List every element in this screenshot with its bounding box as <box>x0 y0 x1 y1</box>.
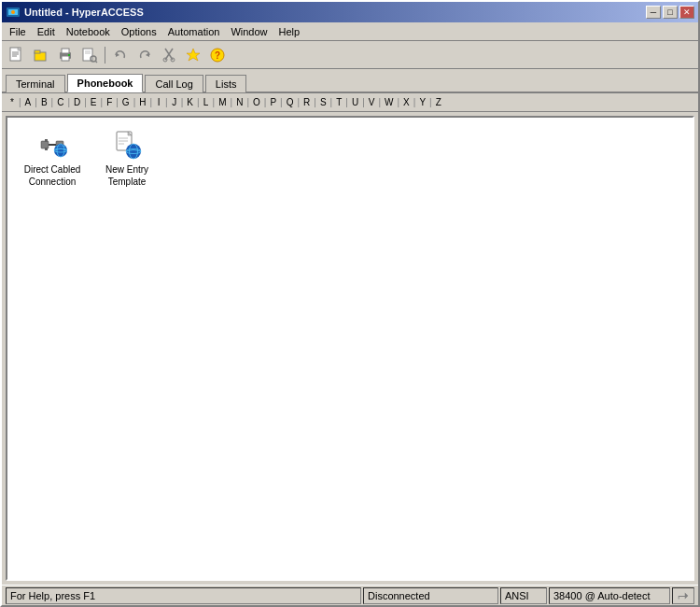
tab-terminal[interactable]: Terminal <box>6 75 65 92</box>
menu-automation[interactable]: Automation <box>162 24 226 39</box>
letter-s[interactable]: S <box>316 95 330 109</box>
svg-rect-29 <box>45 139 48 142</box>
phonebook-content: Direct Cabled Connection <box>7 118 693 200</box>
status-encoding: ANSI <box>500 587 547 604</box>
cut-icon <box>161 47 177 64</box>
letter-t[interactable]: T <box>332 95 345 109</box>
toolbar: ? <box>2 41 698 69</box>
toolbar-undo-button[interactable] <box>109 45 132 65</box>
wizard-icon <box>185 47 202 64</box>
svg-marker-19 <box>116 52 119 57</box>
toolbar-open-button[interactable] <box>30 45 52 65</box>
letter-l[interactable]: L <box>200 95 213 109</box>
new-entry-template-icon <box>112 130 142 160</box>
svg-point-41 <box>126 144 141 159</box>
letter-m[interactable]: M <box>215 95 230 109</box>
letter-x[interactable]: X <box>399 95 413 109</box>
menu-notebook[interactable]: Notebook <box>61 24 116 39</box>
letter-g[interactable]: G <box>119 95 133 109</box>
direct-cabled-icon <box>37 130 67 160</box>
menu-options[interactable]: Options <box>116 24 162 39</box>
toolbar-new-button[interactable] <box>6 45 28 65</box>
letter-j[interactable]: J <box>168 95 181 109</box>
toolbar-print-button[interactable] <box>54 45 77 65</box>
return-icon <box>677 588 690 603</box>
undo-icon <box>112 47 129 64</box>
title-bar-left: Untitled - HyperACCESS <box>6 5 144 20</box>
redo-icon <box>136 47 153 64</box>
letter-u[interactable]: U <box>348 95 362 109</box>
maximize-button[interactable]: □ <box>663 6 678 19</box>
close-button[interactable]: ✕ <box>679 6 694 19</box>
phonebook-entry-new-template[interactable]: New Entry Template <box>90 125 164 192</box>
letter-n[interactable]: N <box>232 95 246 109</box>
title-bar-buttons: ─ □ ✕ <box>646 6 694 19</box>
app-window: Untitled - HyperACCESS ─ □ ✕ File Edit N… <box>0 0 700 607</box>
letter-nav: * | A| B| C| D| E| F| G| H| I| J| K| L| … <box>2 93 698 112</box>
tab-phonebook[interactable]: Phonebook <box>67 74 144 92</box>
svg-rect-12 <box>62 56 69 61</box>
svg-rect-9 <box>35 50 40 53</box>
app-icon <box>6 5 21 20</box>
svg-point-2 <box>11 10 15 14</box>
phonebook-entry-direct-cabled[interactable]: Direct Cabled Connection <box>15 125 90 192</box>
letter-v[interactable]: V <box>365 95 379 109</box>
toolbar-redo-button[interactable] <box>133 45 156 65</box>
svg-marker-25 <box>187 49 200 61</box>
status-baud: 38400 @ Auto-detect <box>549 587 670 604</box>
letter-f[interactable]: F <box>103 95 116 109</box>
letter-i[interactable]: I <box>152 95 165 109</box>
menu-edit[interactable]: Edit <box>32 24 61 39</box>
title-text: Untitled - HyperACCESS <box>24 7 144 18</box>
letter-k[interactable]: K <box>183 95 197 109</box>
direct-cabled-label: Direct Cabled Connection <box>24 163 81 188</box>
preview-icon <box>81 47 98 64</box>
svg-rect-31 <box>49 144 56 146</box>
letter-d[interactable]: D <box>70 95 84 109</box>
svg-point-13 <box>68 54 70 56</box>
letter-b[interactable]: B <box>37 95 51 109</box>
letter-h[interactable]: H <box>135 95 149 109</box>
toolbar-wizard-button[interactable] <box>182 45 204 65</box>
status-icon-panel <box>672 587 694 604</box>
print-icon <box>57 47 74 64</box>
letter-w[interactable]: W <box>381 95 397 109</box>
letter-e[interactable]: E <box>87 95 101 109</box>
letter-o[interactable]: O <box>249 95 264 109</box>
minimize-button[interactable]: ─ <box>646 6 661 19</box>
menu-file[interactable]: File <box>4 24 32 39</box>
open-icon <box>33 47 49 64</box>
svg-rect-30 <box>45 148 48 150</box>
svg-text:?: ? <box>215 50 220 61</box>
letter-y[interactable]: Y <box>415 95 429 109</box>
help-icon: ? <box>209 47 226 64</box>
new-icon <box>8 47 25 64</box>
menu-help[interactable]: Help <box>273 24 306 39</box>
svg-rect-11 <box>62 49 69 53</box>
title-bar: Untitled - HyperACCESS ─ □ ✕ <box>2 2 698 22</box>
toolbar-help-button[interactable]: ? <box>206 45 229 65</box>
letter-q[interactable]: Q <box>283 95 298 109</box>
toolbar-cut-button[interactable] <box>158 45 180 65</box>
separator-1 <box>105 47 105 64</box>
new-entry-template-label: New Entry Template <box>105 163 148 188</box>
svg-rect-28 <box>41 141 49 148</box>
letter-p[interactable]: P <box>266 95 280 109</box>
letter-c[interactable]: C <box>53 95 67 109</box>
letter-a[interactable]: A <box>21 95 35 109</box>
status-connection: Disconnected <box>363 587 498 604</box>
toolbar-preview-button[interactable] <box>78 45 101 65</box>
tab-lists[interactable]: Lists <box>205 75 247 92</box>
svg-line-16 <box>95 61 97 63</box>
status-bar: For Help, press F1 Disconnected ANSI 384… <box>2 585 698 605</box>
tab-calllog[interactable]: Call Log <box>145 75 203 92</box>
letter-r[interactable]: R <box>300 95 314 109</box>
svg-marker-20 <box>146 52 149 57</box>
menu-bar: File Edit Notebook Options Automation Wi… <box>2 22 698 41</box>
letter-z[interactable]: Z <box>432 95 445 109</box>
status-help: For Help, press F1 <box>6 587 361 604</box>
phonebook-panel: Direct Cabled Connection <box>6 116 694 581</box>
tab-bar: Terminal Phonebook Call Log Lists <box>2 69 698 93</box>
letter-star[interactable]: * <box>6 95 19 109</box>
menu-window[interactable]: Window <box>225 24 273 39</box>
